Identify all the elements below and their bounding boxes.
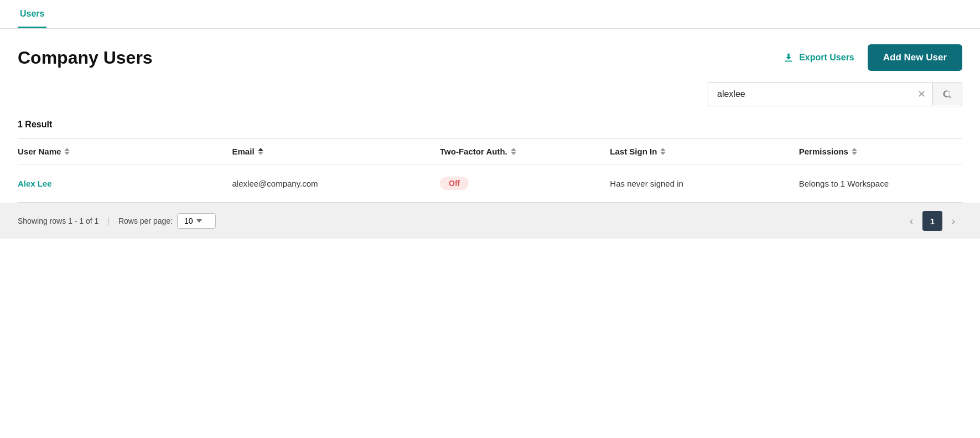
sort-down-permissions bbox=[852, 152, 857, 155]
tab-users[interactable]: Users bbox=[18, 0, 46, 28]
export-users-button[interactable]: Export Users bbox=[782, 51, 854, 64]
prev-page-button[interactable]: ‹ bbox=[903, 212, 920, 230]
sort-up-email bbox=[258, 148, 263, 151]
th-email[interactable]: Email bbox=[226, 139, 434, 164]
rows-per-page-label: Rows per page: bbox=[118, 217, 173, 225]
cell-permissions: Belongs to 1 Workspace bbox=[792, 164, 962, 203]
footer-divider: | bbox=[107, 217, 110, 225]
sort-up-username bbox=[64, 148, 70, 151]
sort-up-permissions bbox=[852, 148, 857, 151]
search-input[interactable] bbox=[708, 83, 911, 106]
sort-down-last-sign-in bbox=[660, 152, 666, 155]
sort-up-two-factor bbox=[511, 148, 516, 151]
two-factor-badge: Off bbox=[440, 177, 469, 190]
page-1-button[interactable]: 1 bbox=[922, 211, 942, 231]
table-footer: Showing rows 1 - 1 of 1 | Rows per page:… bbox=[0, 203, 980, 239]
th-two-factor[interactable]: Two-Factor Auth. bbox=[433, 139, 603, 164]
footer-left: Showing rows 1 - 1 of 1 | Rows per page:… bbox=[18, 213, 216, 229]
search-clear-button[interactable]: ✕ bbox=[911, 89, 932, 99]
sort-up-last-sign-in bbox=[660, 148, 666, 151]
results-count: 1 Result bbox=[0, 115, 980, 138]
cell-email: alexlee@company.com bbox=[226, 164, 434, 203]
cell-two-factor: Off bbox=[433, 164, 603, 203]
add-new-user-button[interactable]: Add New User bbox=[868, 44, 962, 71]
th-last-sign-in[interactable]: Last Sign In bbox=[603, 139, 792, 164]
table-row: Alex Lee alexlee@company.com Off Has nev… bbox=[18, 164, 962, 203]
rows-per-page: Rows per page: 10 bbox=[118, 213, 216, 229]
search-submit-button[interactable] bbox=[932, 83, 962, 105]
rows-per-page-value: 10 bbox=[184, 217, 193, 225]
next-page-button[interactable]: › bbox=[945, 212, 962, 230]
search-box: ✕ bbox=[708, 82, 962, 106]
tab-bar: Users bbox=[0, 0, 980, 29]
th-permissions[interactable]: Permissions bbox=[792, 139, 962, 164]
sort-down-email bbox=[258, 152, 263, 155]
users-table: User Name Email bbox=[18, 138, 962, 203]
sort-down-username bbox=[64, 152, 70, 155]
table-container: User Name Email bbox=[0, 138, 980, 203]
pagination: ‹ 1 › bbox=[903, 211, 962, 231]
th-username[interactable]: User Name bbox=[18, 139, 226, 164]
header-actions: Export Users Add New User bbox=[782, 44, 962, 71]
sort-icon-permissions bbox=[852, 148, 857, 155]
sort-icon-last-sign-in bbox=[660, 148, 666, 155]
search-icon bbox=[942, 89, 953, 100]
cell-last-sign-in: Has never signed in bbox=[603, 164, 792, 203]
table-header-row: User Name Email bbox=[18, 139, 962, 164]
cell-username: Alex Lee bbox=[18, 164, 226, 203]
user-link-alex-lee[interactable]: Alex Lee bbox=[18, 179, 52, 188]
rows-per-page-select[interactable]: 10 bbox=[177, 213, 216, 229]
sort-icon-email bbox=[258, 148, 263, 155]
sort-down-two-factor bbox=[511, 152, 516, 155]
page-header: Company Users Export Users Add New User bbox=[0, 29, 980, 78]
search-area: ✕ bbox=[0, 78, 980, 115]
sort-icon-username bbox=[64, 148, 70, 155]
export-icon bbox=[782, 51, 795, 64]
chevron-down-icon bbox=[196, 219, 202, 223]
showing-rows-label: Showing rows 1 - 1 of 1 bbox=[18, 217, 98, 225]
sort-icon-two-factor bbox=[511, 148, 516, 155]
export-users-label: Export Users bbox=[799, 53, 854, 63]
page-title: Company Users bbox=[18, 48, 153, 68]
